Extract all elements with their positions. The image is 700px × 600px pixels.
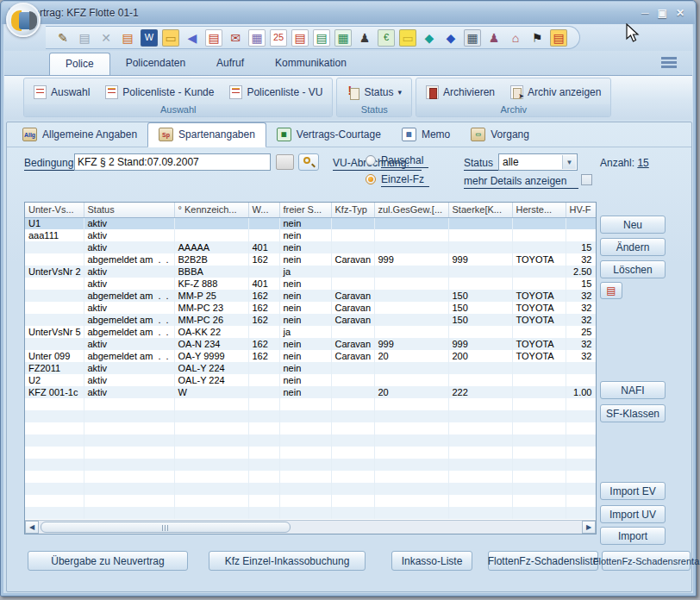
save-icon[interactable]: ▤: [76, 29, 93, 47]
table-row[interactable]: [25, 398, 596, 410]
uebergabe-neuvertrag-button[interactable]: Übergabe zu Neuvertrag: [28, 551, 188, 571]
word-document-icon[interactable]: W: [141, 29, 158, 47]
subtab-vertrags-courtage[interactable]: ▦ Vertrags-Courtage: [266, 123, 391, 147]
sf-klassen-button[interactable]: SF-Klassen: [600, 404, 666, 422]
col-hersteller[interactable]: Herste...: [512, 203, 566, 217]
neu-button[interactable]: Neu: [600, 216, 666, 234]
col-w[interactable]: W...: [248, 203, 279, 217]
close-button[interactable]: ✕: [676, 7, 684, 19]
home-icon[interactable]: ⌂: [507, 29, 524, 47]
col-hv-f[interactable]: HV-F: [566, 203, 596, 217]
tab-policendaten[interactable]: Policendaten: [110, 53, 201, 75]
notes-board-icon[interactable]: ▤: [313, 29, 330, 47]
tab-aufruf[interactable]: Aufruf: [201, 53, 259, 75]
table-row[interactable]: U1aktivnein: [25, 217, 596, 229]
archivieren-button[interactable]: Archivieren: [423, 84, 497, 101]
menu-icon[interactable]: [661, 57, 677, 68]
status-dropdown[interactable]: alle ▼: [498, 153, 578, 171]
col-freier-s[interactable]: freier S...: [279, 203, 331, 217]
task-list-icon[interactable]: ▤: [291, 29, 309, 47]
table-row[interactable]: [25, 471, 596, 483]
banknote-icon[interactable]: €: [378, 29, 395, 47]
col-unter-vs[interactable]: Unter-Vs...: [25, 203, 84, 217]
scroll-left-icon[interactable]: ◀: [25, 521, 39, 534]
monitor-photo-icon[interactable]: ▦: [464, 29, 481, 47]
table-row[interactable]: [25, 422, 596, 434]
archiv-anzeigen-button[interactable]: Archiv anzeigen: [508, 84, 603, 101]
policenliste-kunde-button[interactable]: Policenliste - Kunde: [103, 84, 216, 101]
loeschen-button[interactable]: Löschen: [600, 260, 666, 278]
import-uv-button[interactable]: Import UV: [600, 505, 666, 523]
person-icon[interactable]: ♟: [485, 29, 503, 47]
table-row[interactable]: U2aktivOAL-Y 224nein: [25, 374, 596, 386]
col-status[interactable]: Status: [84, 203, 174, 217]
minimize-button[interactable]: ─: [641, 7, 649, 19]
app-logo[interactable]: [6, 3, 41, 37]
table-row[interactable]: [25, 495, 596, 507]
table-row[interactable]: UnterVsNr 5abgemeldet am . .OA-KK 22ja25: [25, 326, 596, 338]
scroll-right-icon[interactable]: ▶: [582, 521, 596, 534]
calendar-25-icon[interactable]: 25: [270, 29, 287, 47]
list-red-bullet-icon[interactable]: ▤: [205, 29, 222, 47]
horizontal-scrollbar[interactable]: ◀ ▶: [25, 520, 596, 534]
subtab-vorgang[interactable]: ▭ Vorgang: [460, 123, 540, 147]
table-row[interactable]: [25, 483, 596, 495]
table-row[interactable]: [25, 459, 596, 471]
diamond-blue-icon[interactable]: ◆: [442, 29, 459, 47]
table-row[interactable]: abgemeldet am . .B2B2B162neinCaravan9999…: [25, 253, 596, 266]
import-button[interactable]: Import: [600, 527, 666, 545]
subtab-spartenangaben[interactable]: Sp Spartenangaben: [147, 122, 266, 147]
pauschal-radio[interactable]: [366, 155, 376, 166]
mehr-details-label[interactable]: mehr Details anzeigen: [464, 175, 578, 189]
tab-police[interactable]: Police: [49, 53, 110, 75]
note-yellow-icon[interactable]: ▭: [399, 29, 416, 47]
save-delete-icon[interactable]: ✕: [97, 29, 115, 47]
chart-people-icon[interactable]: ▦: [248, 29, 266, 47]
col-kfz-typ[interactable]: Kfz-Typ: [331, 203, 374, 217]
table-green-icon[interactable]: ▦: [334, 29, 352, 47]
mail-icon[interactable]: ✉: [227, 29, 244, 47]
bedingung-input[interactable]: [74, 153, 271, 171]
table-row[interactable]: [25, 410, 596, 422]
kfz-einzel-inkassobuchung-button[interactable]: Kfz Einzel-Inkassobuchung: [209, 551, 366, 571]
einzel-fz-radio[interactable]: [366, 174, 376, 184]
edit-pencil-icon[interactable]: ✎: [54, 29, 72, 47]
pauschal-label[interactable]: Pauschal: [381, 154, 428, 168]
table-row[interactable]: aktivAAAAA401nein15: [25, 241, 596, 253]
policenliste-vu-button[interactable]: Policenliste - VU: [227, 84, 325, 101]
org-list-icon[interactable]: ▤: [119, 29, 136, 47]
table-row[interactable]: aktivMM-PC 23162neinCaravan150TOYOTA32: [25, 302, 596, 314]
tab-kommunikation[interactable]: Kommunikation: [259, 53, 362, 75]
einzel-fz-label[interactable]: Einzel-Fz: [381, 173, 429, 187]
status-button[interactable]: Status ▾: [344, 84, 404, 101]
nafi-button[interactable]: NAFI: [600, 381, 666, 399]
table-row[interactable]: abgemeldet am . .MM-P 25162neinCaravan15…: [25, 290, 596, 302]
auswahl-button[interactable]: Auswahl: [31, 84, 92, 101]
flottenfz-schadensrenta-button[interactable]: FlottenFz-Schadensrenta: [602, 551, 691, 571]
subtab-memo[interactable]: ▤ Memo: [391, 123, 460, 147]
table-row[interactable]: Unter 099abgemeldet am . .OA-Y 9999162ne…: [25, 350, 596, 362]
table-row[interactable]: FZ2011aktivOAL-Y 224nein: [25, 362, 596, 374]
aendern-button[interactable]: Ändern: [600, 238, 666, 256]
diamond-plus-icon[interactable]: ◆: [421, 29, 438, 47]
maximize-button[interactable]: ▣: [658, 7, 667, 19]
table-row[interactable]: aktivOA-N 234162neinCaravan999999TOYOTA3…: [25, 338, 596, 350]
finish-flag-icon[interactable]: ⚑: [528, 29, 546, 47]
col-zul-gesgew[interactable]: zul.GesGew.[...: [374, 203, 448, 217]
row-list-button[interactable]: ▤: [600, 282, 622, 299]
col-kennzeichen[interactable]: ° Kennzeich...: [174, 203, 248, 217]
inkasso-liste-button[interactable]: Inkasso-Liste: [391, 551, 472, 571]
folder-list-icon[interactable]: ▤: [550, 29, 567, 47]
folder-icon[interactable]: ▭: [162, 29, 179, 47]
bedingung-more-button[interactable]: [276, 154, 294, 170]
back-arrow-icon[interactable]: ◀: [184, 29, 201, 47]
table-row[interactable]: UnterVsNr 2aktivBBBAja2.50: [25, 266, 596, 278]
col-staerke[interactable]: Staerke[K...: [448, 203, 512, 217]
table-row[interactable]: [25, 507, 596, 519]
table-row[interactable]: KFZ 001-1caktivWnein202221.00: [25, 386, 596, 398]
mehr-details-checkbox[interactable]: [581, 174, 592, 185]
bedingung-search-button[interactable]: [298, 153, 319, 171]
scrollbar-thumb[interactable]: [41, 522, 291, 533]
table-row[interactable]: [25, 447, 596, 459]
subtab-allgemeine-angaben[interactable]: Allg Allgemeine Angaben: [12, 123, 147, 147]
